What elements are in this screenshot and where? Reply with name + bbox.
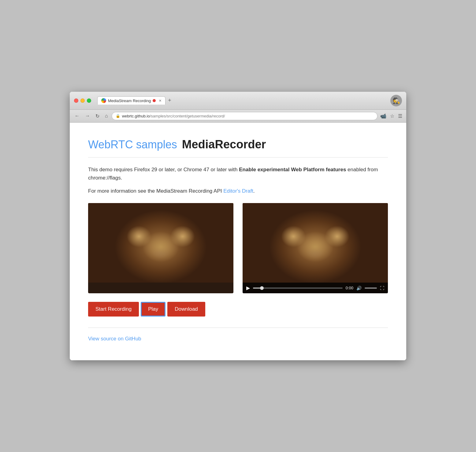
bookmark-icon[interactable]: ☆ (389, 112, 395, 120)
ssl-icon: 🔒 (116, 114, 120, 118)
nav-extra-icons: 📹 ☆ ☰ (379, 112, 403, 120)
url-path: /samples/src/content/getusermedia/record… (150, 114, 225, 118)
page-content: WebRTC samples MediaRecorder This demo r… (70, 123, 406, 361)
progress-thumb (260, 286, 264, 290)
github-link[interactable]: View source on GitHub (88, 336, 141, 342)
minimize-button[interactable] (80, 98, 85, 103)
address-bar[interactable]: 🔒 webrtc.github.io/samples/src/content/g… (112, 112, 377, 120)
live-video-container (88, 203, 233, 293)
site-link[interactable]: WebRTC samples (88, 138, 177, 151)
nav-bar: ← → ↻ ⌂ 🔒 webrtc.github.io/samples/src/c… (70, 110, 406, 123)
page-title: MediaRecorder (182, 138, 266, 151)
tab-bar: MediaStream Recording ✕ + (97, 96, 387, 105)
video-progress-bar[interactable] (253, 287, 343, 289)
video-play-icon[interactable]: ▶ (246, 285, 250, 291)
button-row: Start Recording Play Download (88, 302, 388, 317)
home-button[interactable]: ⌂ (103, 112, 110, 120)
api-link-text: For more information see the MediaStream… (88, 187, 388, 195)
title-bar: MediaStream Recording ✕ + 🕵️ (70, 92, 406, 110)
recorded-video-container: ▶ 0:00 🔊 ⛶ (243, 203, 388, 293)
video-section: ▶ 0:00 🔊 ⛶ (88, 203, 388, 293)
live-video (88, 203, 233, 283)
recorded-video (243, 203, 388, 283)
url-domain: webrtc.github.io (122, 114, 150, 118)
active-tab[interactable]: MediaStream Recording ✕ (97, 96, 165, 105)
maximize-button[interactable] (87, 98, 91, 103)
recorded-cat-frame (243, 203, 388, 283)
tab-favicon-icon (101, 98, 106, 103)
cat-video-frame (88, 203, 233, 283)
back-button[interactable]: ← (73, 112, 81, 120)
volume-slider[interactable] (365, 287, 377, 289)
url-display: webrtc.github.io/samples/src/content/get… (122, 114, 374, 118)
user-avatar: 🕵️ (390, 95, 402, 106)
new-tab-button[interactable]: + (165, 97, 174, 104)
description-text: This demo requires Firefox 29 or later, … (88, 165, 388, 182)
recording-dot-icon (153, 99, 156, 102)
tab-title: MediaStream Recording (108, 98, 151, 103)
tab-close-icon[interactable]: ✕ (159, 99, 162, 103)
video-controls: ▶ 0:00 🔊 ⛶ (243, 283, 388, 293)
window-controls (74, 98, 91, 103)
footer-divider (88, 328, 388, 328)
menu-icon[interactable]: ☰ (397, 112, 403, 120)
header-divider (88, 157, 388, 157)
page-header: WebRTC samples MediaRecorder (88, 138, 388, 151)
start-recording-button[interactable]: Start Recording (88, 302, 139, 317)
editors-draft-link[interactable]: Editor's Draft (223, 188, 253, 194)
browser-window: MediaStream Recording ✕ + 🕵️ ← → ↻ ⌂ 🔒 w… (70, 92, 406, 361)
forward-button[interactable]: → (83, 112, 92, 120)
fullscreen-icon[interactable]: ⛶ (380, 286, 384, 291)
video-time: 0:00 (346, 286, 353, 290)
close-button[interactable] (74, 98, 78, 103)
play-button[interactable]: Play (141, 302, 165, 317)
download-button[interactable]: Download (167, 302, 205, 317)
volume-icon[interactable]: 🔊 (356, 286, 362, 291)
camera-icon[interactable]: 📹 (379, 112, 387, 120)
refresh-button[interactable]: ↻ (94, 112, 101, 120)
